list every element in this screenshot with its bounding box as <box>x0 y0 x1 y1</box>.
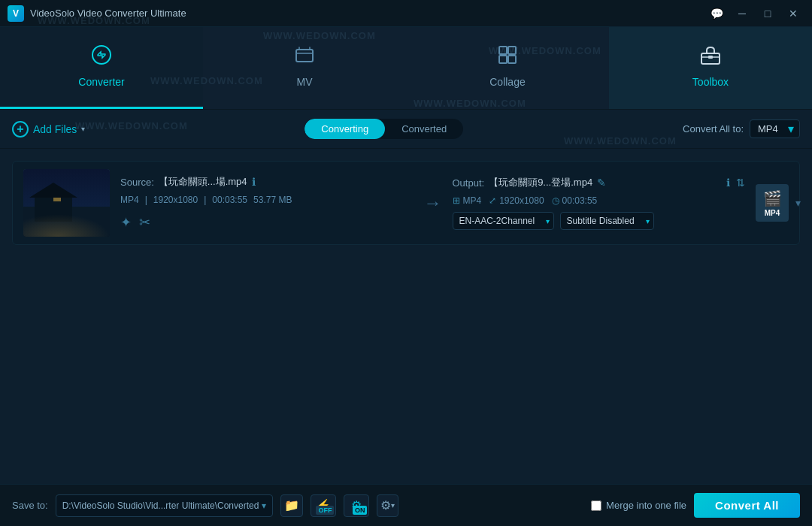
svg-rect-3 <box>508 47 516 54</box>
folder-icon: 📁 <box>284 498 299 512</box>
bottom-bar: Save to: D:\VideoSolo Studio\Vid...rter … <box>0 484 812 526</box>
tab-collage-label: Collage <box>489 76 525 88</box>
gpu-accel-button[interactable]: ⚙ ON <box>344 494 369 517</box>
add-files-label: Add Files <box>33 123 77 135</box>
output-resolution-value: 1920x1080 <box>499 195 544 206</box>
svg-point-0 <box>92 46 111 64</box>
converted-tab[interactable]: Converted <box>385 119 463 139</box>
path-text: D:\VideoSolo Studio\Vid...rter Ultimate\… <box>62 500 259 511</box>
hardware-accel-button[interactable]: ⚡ OFF <box>311 494 336 517</box>
edit-icon[interactable]: ✎ <box>597 177 606 189</box>
file-item: Source: 【玩命關頭...場.mp4 ℹ MP4 | 1920x1080 … <box>12 161 800 245</box>
cut-button[interactable]: ✂ <box>139 214 150 231</box>
converting-tab[interactable]: Converting <box>304 119 385 139</box>
meta-sep1: | <box>145 195 147 205</box>
source-info-icon[interactable]: ℹ <box>252 176 256 188</box>
source-format: MP4 <box>120 195 139 205</box>
path-input: D:\VideoSolo Studio\Vid...rter Ultimate\… <box>56 494 274 517</box>
svg-rect-2 <box>499 47 507 54</box>
audio-track-wrap: EN-AAC-2Channel <box>453 212 554 230</box>
format-badge-dropdown[interactable]: ▾ <box>795 197 801 209</box>
output-duration-value: 00:03:55 <box>562 195 598 206</box>
svg-rect-7 <box>708 56 713 59</box>
file-meta: MP4 | 1920x1080 | 00:03:55 53.77 MB <box>120 195 414 205</box>
convert-all-to: Convert All to: MP4 <box>683 119 800 138</box>
collage-icon <box>496 44 519 71</box>
merge-check: Merge into one file <box>591 500 686 511</box>
app-title: VideoSolo Video Converter Ultimate <box>30 8 186 19</box>
add-files-button[interactable]: + Add Files ▾ <box>12 121 85 138</box>
source-label: Source: <box>120 177 154 188</box>
minimize-button[interactable]: ─ <box>731 5 753 23</box>
tab-converter-label: Converter <box>78 76 124 88</box>
tab-collage[interactable]: Collage <box>406 27 609 109</box>
output-selects: EN-AAC-2Channel Subtitle Disabled <box>453 212 746 230</box>
file-thumbnail <box>23 169 110 237</box>
format-badge: 🎬 MP4 <box>756 184 789 222</box>
output-settings-icon[interactable]: ⇅ <box>736 177 745 189</box>
meta-sep2: | <box>204 195 206 205</box>
convert-all-to-label: Convert All to: <box>683 123 744 135</box>
convert-all-button[interactable]: Convert All <box>694 493 800 518</box>
roof <box>29 183 77 198</box>
output-label: Output: <box>453 177 485 189</box>
merge-checkbox[interactable] <box>591 500 601 511</box>
path-dropdown-button[interactable]: ▾ <box>259 500 266 511</box>
converter-icon <box>90 44 113 71</box>
plus-icon: + <box>12 121 29 138</box>
output-duration-meta: ◷ 00:03:55 <box>552 195 598 206</box>
source-duration: 00:03:55 <box>212 195 247 205</box>
output-icons: ℹ ⇅ <box>726 177 745 189</box>
format-badge-icon: 🎬 <box>763 189 782 207</box>
app-icon: V <box>8 5 24 22</box>
tab-mv[interactable]: MV <box>203 27 406 109</box>
tab-mv-label: MV <box>297 76 313 88</box>
subtitle-wrap: Subtitle Disabled <box>560 212 654 230</box>
format-badge-container: 🎬 MP4 ▾ <box>756 184 789 222</box>
title-bar: V VideoSolo Video Converter Ultimate 💬 ─… <box>0 0 812 27</box>
chat-button[interactable]: 💬 <box>705 5 728 23</box>
output-row: Output: 【玩命關頭9...登場.mp4 ✎ ℹ ⇅ <box>453 176 746 189</box>
settings-icon: ⚙ <box>380 498 391 512</box>
source-filename: 【玩命關頭...場.mp4 <box>159 175 247 189</box>
main-content: Source: 【玩命關頭...場.mp4 ℹ MP4 | 1920x1080 … <box>0 149 812 484</box>
on-badge: ON <box>353 506 368 515</box>
output-resolution-meta: ⤢ 1920x1080 <box>489 195 544 206</box>
add-files-dropdown-icon: ▾ <box>81 125 85 133</box>
restore-button[interactable]: □ <box>756 5 779 23</box>
title-bar-controls: 💬 ─ □ ✕ <box>705 5 804 23</box>
output-duration-icon: ◷ <box>552 195 559 206</box>
svg-rect-1 <box>296 50 313 62</box>
save-to-label: Save to: <box>12 500 48 511</box>
source-resolution: 1920x1080 <box>153 195 198 205</box>
format-select-wrapper: MP4 <box>750 119 800 138</box>
file-source-info: Source: 【玩命關頭...場.mp4 ℹ MP4 | 1920x1080 … <box>120 175 414 231</box>
mv-icon <box>293 44 316 71</box>
output-format-value: MP4 <box>463 195 482 206</box>
close-button[interactable]: ✕ <box>782 5 804 23</box>
file-actions: ✦ ✂ <box>120 214 414 231</box>
light-glow <box>23 214 110 237</box>
format-select[interactable]: MP4 <box>750 119 800 138</box>
output-meta: ⊞ MP4 ⤢ 1920x1080 ◷ 00:03:55 <box>453 195 746 206</box>
output-info-icon[interactable]: ℹ <box>726 177 730 189</box>
tab-toolbox-label: Toolbox <box>692 76 729 88</box>
output-filename: 【玩命關頭9...登場.mp4 <box>489 176 592 189</box>
tab-converter[interactable]: Converter <box>0 27 203 109</box>
enhance-button[interactable]: ✦ <box>120 214 132 231</box>
nav-tabs: Converter MV Collage <box>0 27 812 110</box>
source-size: 53.77 MB <box>253 195 292 205</box>
tab-toolbox[interactable]: Toolbox <box>609 27 812 109</box>
merge-label: Merge into one file <box>606 500 686 511</box>
subtitle-select[interactable]: Subtitle Disabled <box>560 212 654 230</box>
svg-rect-5 <box>508 56 516 63</box>
source-row: Source: 【玩命關頭...場.mp4 ℹ <box>120 175 414 189</box>
thumbnail-scene <box>23 169 110 237</box>
toolbox-icon <box>699 44 722 71</box>
svg-rect-4 <box>499 56 507 63</box>
title-bar-left: V VideoSolo Video Converter Ultimate <box>8 5 186 22</box>
audio-track-select[interactable]: EN-AAC-2Channel <box>453 212 554 230</box>
folder-button[interactable]: 📁 <box>280 494 303 517</box>
settings-button[interactable]: ⚙ ▾ <box>377 494 398 517</box>
output-resolution-icon: ⤢ <box>489 195 496 206</box>
